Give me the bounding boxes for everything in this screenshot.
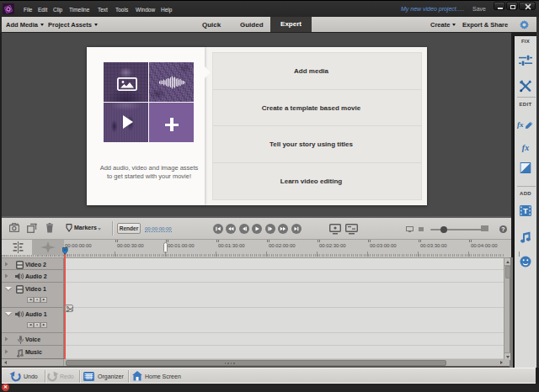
svg-text:T: T (523, 206, 528, 215)
